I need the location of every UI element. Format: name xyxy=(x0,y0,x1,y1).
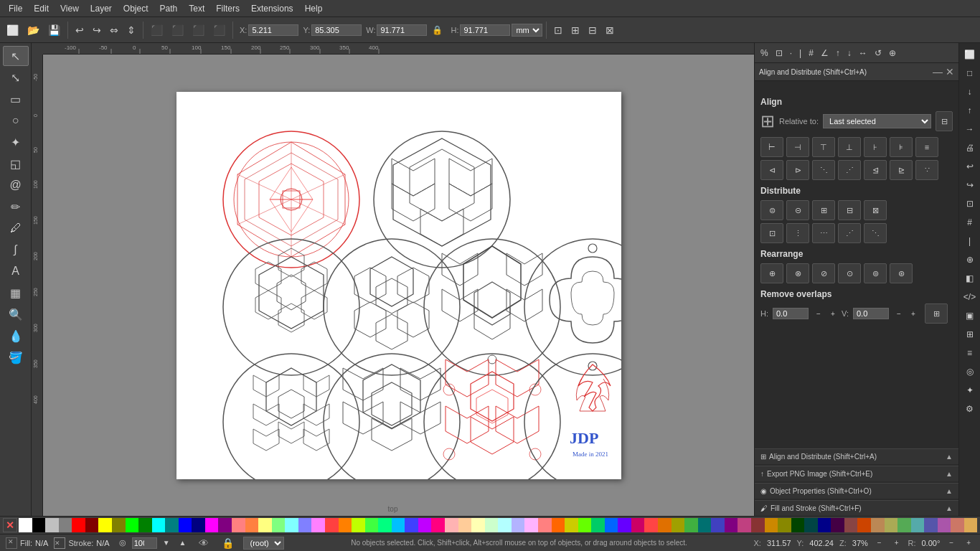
opacity-icon-btn[interactable]: ◎ xyxy=(116,536,130,550)
palette-color-swatch[interactable] xyxy=(311,518,325,532)
palette-color-swatch[interactable] xyxy=(32,518,46,532)
star-tool[interactable]: ✦ xyxy=(3,132,29,152)
palette-color-swatch[interactable] xyxy=(831,518,844,532)
paint-tool[interactable]: 🪣 xyxy=(3,347,29,367)
no-color-btn[interactable]: ✕ xyxy=(3,518,17,532)
palette-color-swatch[interactable] xyxy=(218,518,232,532)
canvas-scroll[interactable]: JDP Made in 2021 xyxy=(43,55,754,516)
opacity-up[interactable]: ▲ xyxy=(176,537,190,549)
palette-color-swatch[interactable] xyxy=(418,518,432,532)
pen-tool[interactable]: 🖊 xyxy=(3,218,29,238)
palette-color-swatch[interactable] xyxy=(126,518,139,532)
snap-rotate-btn[interactable]: ↺ xyxy=(872,47,885,60)
far-save-btn[interactable]: ↓ xyxy=(961,83,979,100)
palette-color-swatch[interactable] xyxy=(272,518,286,532)
palette-color-swatch[interactable] xyxy=(684,518,698,532)
dist-left-btn[interactable]: ⊜ xyxy=(760,200,783,220)
opacity-down[interactable]: ▼ xyxy=(159,537,174,549)
palette-color-swatch[interactable] xyxy=(751,518,765,532)
palette-color-swatch[interactable] xyxy=(245,518,259,532)
menu-extensions[interactable]: Extensions xyxy=(245,2,299,15)
xml-btn[interactable]: ⊠ xyxy=(602,22,618,38)
align-center-btn[interactable]: ⬛ xyxy=(168,22,187,38)
rot-down-btn[interactable]: − xyxy=(946,537,957,549)
palette-color-swatch[interactable] xyxy=(844,518,858,532)
palette-color-swatch[interactable] xyxy=(365,518,379,532)
menu-text[interactable]: Text xyxy=(183,2,210,15)
dist-top-btn[interactable]: ⊡ xyxy=(760,223,783,243)
select-tool[interactable]: ↖ xyxy=(3,46,29,66)
overlap-h-input[interactable] xyxy=(773,308,809,319)
snap-grid-btn[interactable]: # xyxy=(806,47,816,60)
palette-color-swatch[interactable] xyxy=(818,518,831,532)
overlap-h-plus[interactable]: + xyxy=(827,306,837,321)
far-xml-btn[interactable]: </> xyxy=(961,288,979,306)
spiral-tool[interactable]: @ xyxy=(3,175,29,195)
palette-color-swatch[interactable] xyxy=(871,518,885,532)
align-panel-minimize[interactable]: — xyxy=(933,66,943,77)
far-print-btn[interactable]: 🖨 xyxy=(961,139,979,156)
palette-color-swatch[interactable] xyxy=(258,518,272,532)
palette-color-swatch[interactable] xyxy=(152,518,166,532)
relative-to-select[interactable]: Last selected First selected Biggest obj… xyxy=(823,114,931,128)
align-bottom-edge-btn[interactable]: ⊧ xyxy=(890,137,913,157)
zoom-in-btn[interactable]: + xyxy=(891,537,903,549)
3d-box-tool[interactable]: ◱ xyxy=(3,154,29,174)
palette-color-swatch[interactable] xyxy=(804,518,818,532)
redo-btn[interactable]: ↪ xyxy=(89,22,105,38)
flip-h-btn[interactable]: ⇔ xyxy=(106,22,122,38)
dropper-tool[interactable]: 💧 xyxy=(3,326,29,346)
palette-color-swatch[interactable] xyxy=(644,518,658,532)
dist-center-h-btn[interactable]: ⋮ xyxy=(786,223,809,243)
snap-guide-btn[interactable]: | xyxy=(796,47,804,60)
snap-angle-btn[interactable]: ∠ xyxy=(818,47,831,60)
palette-color-swatch[interactable] xyxy=(458,518,472,532)
palette-color-swatch[interactable] xyxy=(618,518,631,532)
zoom-out-btn[interactable]: − xyxy=(874,537,885,549)
align-anchor-left-btn[interactable]: ⊲ xyxy=(760,160,783,180)
overlap-v-minus[interactable]: − xyxy=(893,306,903,321)
palette-color-swatch[interactable] xyxy=(205,518,219,532)
palette-color-swatch[interactable] xyxy=(552,518,565,532)
palette-color-swatch[interactable] xyxy=(325,518,339,532)
palette-color-swatch[interactable] xyxy=(232,518,245,532)
palette-color-swatch[interactable] xyxy=(339,518,352,532)
align-anchor-extra-btn[interactable]: ∵ xyxy=(915,160,938,180)
rearrange-btn4[interactable]: ⊙ xyxy=(838,263,861,283)
overlap-v-input[interactable] xyxy=(853,308,889,319)
far-symbols-btn[interactable]: ✦ xyxy=(961,382,979,399)
align-anchor-top-btn[interactable]: ⋰ xyxy=(838,160,861,180)
node-btn[interactable]: ⊟ xyxy=(585,22,600,38)
x-coord-input[interactable] xyxy=(248,24,298,36)
snap-node-btn[interactable]: · xyxy=(787,47,795,60)
palette-color-swatch[interactable] xyxy=(112,518,126,532)
palette-color-swatch[interactable] xyxy=(765,518,778,532)
menu-object[interactable]: Object xyxy=(118,2,154,15)
snap-scale-btn[interactable]: ⊕ xyxy=(886,47,899,60)
align-text-base-btn[interactable]: ≡ xyxy=(915,137,938,157)
undo-btn[interactable]: ↩ xyxy=(72,22,88,38)
palette-color-swatch[interactable] xyxy=(605,518,618,532)
far-new-btn[interactable]: ⬜ xyxy=(961,46,979,63)
visibility-toggle[interactable]: 👁 xyxy=(195,535,212,551)
align-left-btn[interactable]: ⬛ xyxy=(147,22,166,38)
save-btn[interactable]: 💾 xyxy=(44,22,64,38)
dist-base-v-btn[interactable]: ⋱ xyxy=(864,223,887,243)
lock-ratio-btn[interactable]: 🔒 xyxy=(428,23,446,37)
dist-gaps-h-btn[interactable]: ⊟ xyxy=(838,200,861,220)
new-btn[interactable]: ⬜ xyxy=(3,22,22,38)
snap-import-btn[interactable]: ↓ xyxy=(844,47,854,60)
palette-color-swatch[interactable] xyxy=(179,518,192,532)
palette-color-swatch[interactable] xyxy=(471,518,485,532)
snap-export-btn[interactable]: ↑ xyxy=(833,47,843,60)
w-coord-input[interactable] xyxy=(377,24,427,36)
far-grid-btn[interactable]: # xyxy=(961,214,979,231)
pencil-tool[interactable]: ✏ xyxy=(3,197,29,217)
snap-mirror-btn[interactable]: ↔ xyxy=(856,47,870,60)
palette-color-swatch[interactable] xyxy=(778,518,791,532)
far-import-btn[interactable]: ↑ xyxy=(961,102,979,119)
palette-color-swatch[interactable] xyxy=(392,518,405,532)
align-anchor-bot-btn[interactable]: ⊵ xyxy=(890,160,913,180)
align-center-h-btn[interactable]: ⊦ xyxy=(864,137,887,157)
palette-color-swatch[interactable] xyxy=(98,518,112,532)
